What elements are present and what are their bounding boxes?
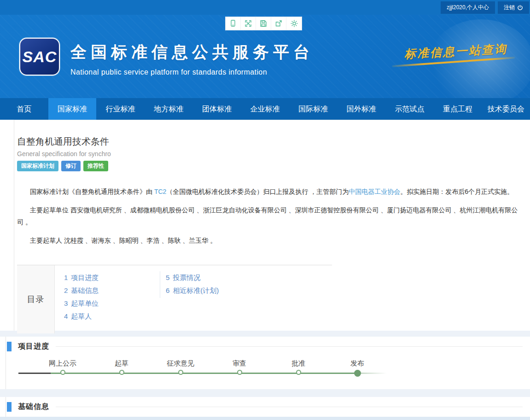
quick-toolbar (225, 17, 302, 30)
nav-item-home[interactable]: 首页 (0, 98, 48, 120)
share-icon[interactable] (271, 17, 286, 30)
step-dot-icon (296, 370, 301, 375)
power-icon (517, 5, 523, 11)
standard-title-en: General specification for synchro (17, 150, 524, 158)
basic-info-section-title: 基础信息 (18, 402, 49, 412)
nav-item-industry-standards[interactable]: 行业标准 (96, 98, 145, 120)
toc-item-similar-standards[interactable]: 6相近标准(计划) (166, 284, 219, 297)
fullscreen-icon[interactable] (241, 17, 256, 30)
section-marker (7, 402, 12, 412)
standard-tags: 国家标准计划 修订 推荐性 (17, 161, 524, 171)
timeline-line-start (18, 373, 51, 374)
logout-button[interactable]: 注销 (498, 1, 529, 14)
section-marker (7, 342, 12, 351)
site-header: SAC 全国标准信息公共服务平台 National public service… (0, 15, 530, 98)
nav-item-technical-committees[interactable]: 技术委员会 (482, 98, 530, 120)
timeline-line (51, 373, 357, 374)
toc-label-cell: 目录 (17, 265, 55, 333)
brand-block: 全国标准信息公共服务平台 National public service pla… (70, 41, 314, 76)
nav-item-foreign-standards[interactable]: 国外标准 (337, 98, 385, 120)
step-online-publicity: 网上公示 (49, 359, 76, 375)
nav-item-enterprise-standards[interactable]: 企业标准 (241, 98, 289, 120)
save-icon[interactable] (256, 17, 271, 30)
standard-title-cn: 自整角机通用技术条件 (17, 135, 524, 148)
nav-item-international-standards[interactable]: 国际标准 (289, 98, 338, 120)
main-nav: 首页 国家标准 行业标准 地方标准 团体标准 企业标准 国际标准 国外标准 示范… (0, 98, 530, 120)
standard-detail-card: 自整角机通用技术条件 General specification for syn… (14, 120, 530, 331)
basic-info-section: 基础信息 (6, 397, 530, 417)
sac-logo-text: SAC (23, 48, 57, 66)
step-dot-filled-icon (354, 370, 361, 377)
nav-item-key-projects[interactable]: 重点工程 (434, 98, 482, 120)
bottom-band (0, 417, 530, 420)
tc2-link[interactable]: TC2 (154, 188, 166, 195)
step-dot-icon (237, 370, 242, 375)
step-dot-icon (178, 370, 183, 375)
mobile-icon[interactable] (226, 17, 241, 30)
progress-section-header: 项目进度 (6, 337, 530, 351)
tag-national-plan: 国家标准计划 (17, 161, 58, 171)
toc-label: 目录 (27, 294, 45, 305)
top-bar: zjjl2020,个人中心 注销 (0, 0, 530, 15)
toc-item-drafters[interactable]: 4起草人 (64, 310, 160, 323)
section-divider-line (56, 346, 523, 347)
step-dot-icon (60, 370, 65, 375)
nav-item-national-standards[interactable]: 国家标准 (48, 94, 97, 120)
site-subtitle: National public service platform for sta… (70, 68, 314, 76)
toc-item-progress[interactable]: 1项目进度 (64, 271, 160, 284)
step-review: 审查 (233, 359, 246, 375)
logout-label: 注销 (504, 4, 515, 12)
authority-link[interactable]: 中国电器工业协会 (349, 188, 400, 195)
toc-item-drafting-units[interactable]: 3起草单位 (64, 297, 160, 310)
step-dot-icon (119, 370, 124, 375)
section-gap (0, 389, 530, 397)
nav-item-group-standards[interactable]: 团体标准 (193, 98, 241, 120)
progress-section-title: 项目进度 (18, 342, 49, 351)
toc-item-basic-info[interactable]: 2基础信息 (64, 284, 160, 297)
toc-column-2: 5投票情况 6相近标准(计划) (160, 271, 219, 298)
progress-section: 项目进度 网上公示 起草 征求意见 审查 批准 (6, 337, 530, 389)
table-of-contents: 目录 1项目进度 2基础信息 3起草单位 4起草人 5投票情况 6相近标准(计划… (17, 265, 332, 334)
toc-column-1: 1项目进度 2基础信息 3起草单位 4起草人 (55, 271, 160, 323)
toc-item-voting[interactable]: 5投票情况 (166, 271, 219, 284)
p1-mid: （全国微电机标准化技术委员会）归口上报及执行 ，主管部门为 (166, 188, 349, 195)
tag-recommended: 推荐性 (83, 161, 108, 171)
toc-columns: 1项目进度 2基础信息 3起草单位 4起草人 5投票情况 6相近标准(计划) (55, 265, 219, 333)
tag-revision: 修订 (61, 161, 81, 171)
paragraph-drafters: 主要起草人 沈桂霞 、谢海东 、陈昭明 、李浩 、陈耿 、兰玉华 。 (17, 234, 524, 246)
user-center-label: zjjl2020,个人中心 (447, 4, 489, 12)
step-publication: 发布 (350, 359, 364, 377)
paragraph-drafting-units: 主要起草单位 西安微电机研究所 、成都微精电机股份公司 、浙江巨龙自动化设备有限… (17, 204, 524, 228)
paragraph-overview: 国家标准计划《自整角机通用技术条件》由 TC2（全国微电机标准化技术委员会）归口… (17, 186, 524, 198)
p1-prefix: 国家标准计划《自整角机通用技术条件》由 (30, 188, 154, 195)
nav-item-pilot[interactable]: 示范试点 (385, 98, 434, 120)
step-approval: 批准 (291, 359, 305, 375)
step-drafting: 起草 (115, 359, 128, 375)
page: zjjl2020,个人中心 注销 (0, 0, 530, 420)
step-comment-soliciting: 征求意见 (167, 359, 194, 375)
nav-item-local-standards[interactable]: 地方标准 (145, 98, 193, 120)
p1-suffix: 。拟实施日期：发布后6个月正式实施。 (400, 188, 513, 195)
sac-logo[interactable]: SAC (19, 38, 60, 76)
section-divider-line (56, 407, 523, 407)
progress-timeline: 网上公示 起草 征求意见 审查 批准 发布 (6, 359, 530, 388)
user-center-button[interactable]: zjjl2020,个人中心 (441, 1, 495, 14)
site-title: 全国标准信息公共服务平台 (70, 41, 314, 63)
settings-icon[interactable] (286, 17, 302, 30)
basic-info-section-header: 基础信息 (6, 397, 530, 412)
